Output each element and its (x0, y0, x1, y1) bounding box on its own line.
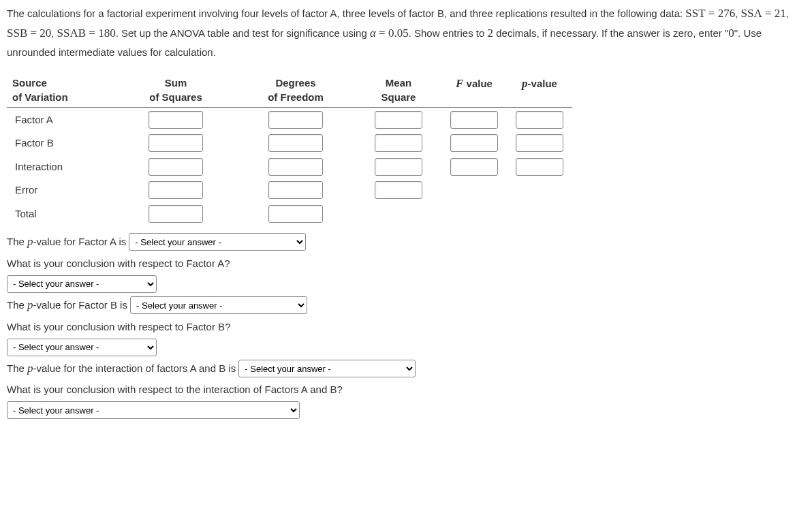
input-factor-a-df[interactable] (268, 111, 323, 129)
q-pa-pre: The (7, 236, 27, 247)
ssb-lhs: SSB (7, 27, 27, 40)
select-conclusion-b[interactable]: - Select your answer - (7, 339, 157, 356)
input-error-ss[interactable] (149, 181, 203, 199)
question-pvalue-ab: The p-value for the interaction of facto… (7, 359, 805, 379)
input-factor-b-f[interactable] (450, 134, 498, 152)
select-conclusion-a[interactable]: - Select your answer - (7, 275, 157, 293)
header-ms-l1: Mean (386, 77, 411, 89)
anova-table: Source of Variation Sum of Squares Degre… (7, 73, 572, 225)
alpha-value: 0.05 (388, 27, 409, 40)
header-source: Source of Variation (7, 73, 116, 108)
sst-rhs: 276 (718, 7, 736, 20)
input-interaction-f[interactable] (450, 158, 498, 176)
input-factor-b-ss[interactable] (149, 134, 203, 152)
sst-lhs: SST (685, 7, 705, 20)
row-interaction: Interaction (7, 155, 572, 178)
label-interaction: Interaction (7, 155, 116, 178)
input-total-df[interactable] (268, 205, 323, 223)
select-pvalue-b[interactable]: - Select your answer - (130, 296, 307, 314)
input-factor-a-ss[interactable] (149, 111, 203, 129)
q-pa-post: -value for Factor A is (33, 236, 127, 247)
header-p-value: p-value (507, 73, 572, 108)
eq: = (379, 27, 388, 40)
q-pa-var: p (27, 235, 33, 248)
question-conclusion-b-text: What is your conclusion with respect to … (7, 318, 805, 336)
q-pb-post: -value for Factor B is (33, 299, 127, 311)
decimals: 2 (488, 27, 494, 40)
label-total: Total (7, 202, 116, 225)
input-factor-b-df[interactable] (268, 134, 323, 152)
problem-statement: The calculations for a factorial experim… (7, 4, 805, 61)
problem-text-3: . Show entries to (409, 27, 488, 39)
header-df-l2: of Freedom (268, 91, 324, 103)
select-pvalue-a[interactable]: - Select your answer - (129, 233, 306, 251)
ssab-rhs: 180 (98, 27, 116, 40)
input-interaction-df[interactable] (268, 158, 323, 176)
label-error: Error (7, 178, 116, 202)
eq: = (30, 27, 40, 40)
header-f-sym: F (456, 77, 463, 90)
input-factor-b-p[interactable] (516, 134, 563, 152)
eq: = (765, 7, 775, 20)
q-pab-var: p (27, 362, 33, 375)
header-mean-square: Mean Square (356, 73, 441, 108)
input-error-df[interactable] (268, 181, 323, 199)
q-pab-post: -value for the interaction of factors A … (33, 362, 236, 374)
header-ss-l2: of Squares (149, 91, 202, 103)
input-error-ms[interactable] (375, 181, 422, 199)
q-pb-pre: The (7, 299, 27, 311)
header-degrees-of-freedom: Degrees of Freedom (236, 73, 356, 108)
row-total: Total (7, 202, 572, 225)
input-factor-b-ms[interactable] (375, 134, 422, 152)
header-df-l1: Degrees (275, 77, 315, 89)
row-factor-b: Factor B (7, 131, 572, 155)
ssa-lhs: SSA (741, 7, 762, 20)
header-f-value: F value (441, 73, 507, 108)
problem-text-2: . Set up the ANOVA table and test for si… (116, 27, 370, 39)
row-factor-a: Factor A (7, 108, 572, 131)
eq: = (708, 7, 718, 20)
input-total-ss[interactable] (149, 205, 203, 223)
header-p-text: -value (528, 78, 557, 89)
ssb-rhs: 20 (40, 27, 51, 40)
header-source-l1: Source (12, 77, 47, 89)
question-conclusion-ab-text: What is your conclusion with respect to … (7, 381, 805, 399)
q-pb-var: p (27, 298, 33, 311)
problem-text-4: decimals, if necessary. If the answer is… (493, 27, 728, 39)
input-factor-a-ms[interactable] (375, 111, 422, 129)
zero: 0 (728, 27, 734, 40)
header-p-sym: p (522, 77, 528, 90)
question-pvalue-a: The p-value for Factor A is - Select you… (7, 232, 805, 252)
label-factor-a: Factor A (7, 108, 116, 131)
row-error: Error (7, 178, 572, 202)
ssa-rhs: 21 (775, 7, 786, 20)
select-pvalue-ab[interactable]: - Select your answer - (238, 360, 416, 377)
alpha-symbol: α (370, 27, 376, 40)
input-interaction-ms[interactable] (375, 158, 422, 176)
label-factor-b: Factor B (7, 131, 116, 155)
input-interaction-ss[interactable] (149, 158, 203, 176)
question-conclusion-a-text: What is your conclusion with respect to … (7, 255, 805, 272)
question-pvalue-b: The p-value for Factor B is - Select you… (7, 296, 805, 315)
problem-text-1: The calculations for a factorial experim… (7, 7, 685, 19)
eq: = (89, 27, 98, 40)
header-ss-l1: Sum (165, 77, 187, 89)
input-factor-a-p[interactable] (516, 111, 563, 129)
select-conclusion-ab[interactable]: - Select your answer - (7, 401, 300, 419)
input-factor-a-f[interactable] (450, 111, 498, 129)
header-f-text: value (463, 78, 493, 89)
ssab-lhs: SSAB (57, 27, 87, 40)
header-ms-l2: Square (381, 91, 416, 103)
input-interaction-p[interactable] (516, 158, 563, 176)
header-source-l2: of Variation (12, 91, 68, 103)
q-pab-pre: The (7, 362, 27, 374)
header-sum-of-squares: Sum of Squares (116, 73, 236, 108)
